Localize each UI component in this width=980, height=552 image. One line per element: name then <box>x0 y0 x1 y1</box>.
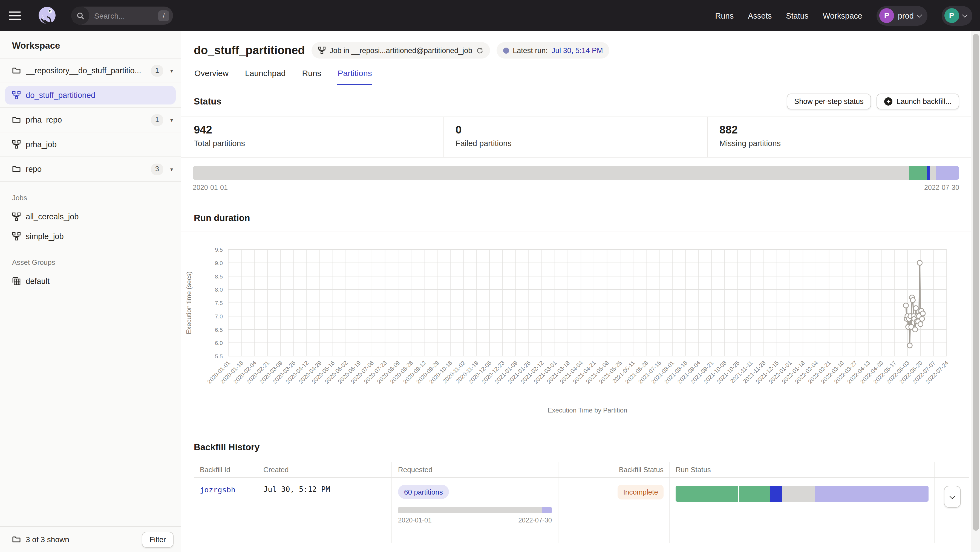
workspace-sidebar: Workspace __repository__do_stuff_partiti… <box>0 31 181 552</box>
y-tick-label: 6.0 <box>215 340 223 346</box>
tab-partitions[interactable]: Partitions <box>337 68 372 85</box>
user-avatar: P <box>944 8 959 23</box>
job-label: simple_job <box>26 232 64 241</box>
row-menu-button[interactable] <box>943 486 961 508</box>
sidebar-item-repository[interactable]: __repository__do_stuff_partitio... 1 ▾ <box>0 59 181 83</box>
latest-run-pill: Latest run: Jul 30, 5:14 PM <box>496 42 609 59</box>
job-tabs: Overview Launchpad Runs Partitions <box>181 59 971 85</box>
sidebar-item-all-cereals-job[interactable]: all_cereals_job <box>0 207 181 227</box>
search-input[interactable]: Search... / <box>71 6 173 25</box>
job-label: do_stuff_partitioned <box>26 91 95 100</box>
column-header-run-status: Run Status <box>669 462 934 477</box>
tab-launchpad[interactable]: Launchpad <box>245 68 286 85</box>
nav-workspace[interactable]: Workspace <box>822 11 862 20</box>
sidebar-item-default-group[interactable]: default <box>0 271 181 291</box>
repo-label: repo <box>26 165 146 173</box>
requested-range-start: 2020-01-01 <box>398 516 432 524</box>
job-path-link[interactable]: Job in __reposi...artitioned@partitioned… <box>329 46 472 54</box>
y-tick-label: 7.0 <box>215 313 223 319</box>
caret-down-icon[interactable]: ▾ <box>168 117 175 123</box>
search-icon <box>71 6 89 25</box>
sidebar-item-prha-job[interactable]: prha_job <box>0 132 181 157</box>
tab-runs[interactable]: Runs <box>302 68 322 85</box>
data-point-marker[interactable] <box>907 343 912 348</box>
backfill-history-table: Backfill Id Created Requested Backfill S… <box>194 462 969 543</box>
y-tick-label: 9.0 <box>215 260 223 266</box>
job-icon <box>12 91 21 100</box>
latest-run-label: Latest run: <box>513 46 548 54</box>
page-scrollbar[interactable] <box>971 31 980 552</box>
bar-segment-in-progress <box>927 166 930 180</box>
data-point-marker[interactable] <box>913 306 918 311</box>
refresh-icon[interactable] <box>476 47 483 54</box>
filter-button[interactable]: Filter <box>142 531 173 547</box>
repo-count-badge: 1 <box>151 65 163 76</box>
caret-down-icon[interactable]: ▾ <box>168 68 175 74</box>
repo-label: prha_repo <box>26 116 146 124</box>
sidebar-item-repo[interactable]: repo 3 ▾ <box>0 157 181 182</box>
partition-range-end: 2022-07-30 <box>924 184 959 192</box>
stat-failed-partitions: 0 Failed partitions <box>444 117 707 157</box>
y-tick-label: 7.5 <box>215 300 223 306</box>
backfill-history-title: Backfill History <box>194 442 259 452</box>
show-per-step-status-button[interactable]: Show per-step status <box>786 94 871 109</box>
latest-run-link[interactable]: Jul 30, 5:14 PM <box>552 46 603 54</box>
stat-value: 882 <box>719 124 971 136</box>
y-tick-label: 5.5 <box>215 353 223 359</box>
scrollbar-thumb[interactable] <box>973 34 978 531</box>
sidebar-item-do-stuff-partitioned[interactable]: do_stuff_partitioned <box>5 86 176 105</box>
user-menu[interactable]: P <box>942 6 972 25</box>
run-duration-chart[interactable]: 2020-01-012020-01-182020-02-042020-02-21… <box>181 234 970 419</box>
data-point-marker[interactable] <box>913 327 918 332</box>
job-path-pill: Job in __reposi...artitioned@partitioned… <box>312 42 490 59</box>
data-point-marker[interactable] <box>910 298 915 303</box>
stat-total-partitions: 942 Total partitions <box>181 117 444 157</box>
nav-assets[interactable]: Assets <box>748 11 772 20</box>
nav-status[interactable]: Status <box>786 11 808 20</box>
bar-segment-remaining <box>398 507 542 513</box>
partition-stats: 942 Total partitions 0 Failed partitions… <box>181 117 971 157</box>
hamburger-menu-icon[interactable] <box>9 11 21 20</box>
requested-partitions-chip[interactable]: 60 partitions <box>398 485 449 499</box>
chevron-down-icon <box>917 12 922 17</box>
bar-segment-success <box>676 486 738 502</box>
deployment-switcher[interactable]: P prod <box>877 6 927 25</box>
page-title: do_stuff_partitioned <box>194 44 305 57</box>
status-section-title: Status <box>194 96 221 107</box>
dagster-logo[interactable] <box>36 5 58 27</box>
bar-segment-queued <box>936 166 959 180</box>
data-point-marker[interactable] <box>904 303 908 308</box>
sidebar-footer: 3 of 3 shown Filter <box>0 526 181 552</box>
sidebar-item-prha-repo[interactable]: prha_repo 1 ▾ <box>0 108 181 132</box>
caret-down-icon[interactable]: ▾ <box>168 166 175 172</box>
launch-backfill-button[interactable]: + Launch backfill... <box>877 94 959 109</box>
data-point-marker[interactable] <box>920 311 925 316</box>
plus-circle-icon: + <box>885 97 892 106</box>
table-row-cell-id: jozrgsbh <box>194 477 257 543</box>
y-tick-label: 8.0 <box>215 286 223 293</box>
column-header-requested: Requested <box>391 462 558 477</box>
requested-progress-bar <box>398 507 552 513</box>
asset-groups-section: Asset Groups default <box>0 258 181 291</box>
table-row-cell-backfill-status: Incomplete <box>558 477 669 543</box>
backfill-id-link[interactable]: jozrgsbh <box>200 485 235 494</box>
nav-runs[interactable]: Runs <box>715 11 733 20</box>
column-header-created: Created <box>257 462 391 477</box>
deployment-label: prod <box>898 11 914 20</box>
y-tick-label: 9.5 <box>215 246 223 253</box>
folder-icon <box>12 116 21 124</box>
run-status-bar[interactable] <box>676 486 929 502</box>
data-point-marker[interactable] <box>918 322 923 327</box>
table-row-cell-requested: 60 partitions 2020-01-01 2022-07-30 <box>391 477 558 543</box>
tab-overview[interactable]: Overview <box>194 68 229 85</box>
sidebar-item-simple-job[interactable]: simple_job <box>0 227 181 246</box>
run-status-dot-icon <box>503 47 509 53</box>
search-shortcut-badge: / <box>158 10 169 21</box>
data-point-marker[interactable] <box>920 316 924 321</box>
app-header: Search... / Runs Assets Status Workspace… <box>0 0 980 31</box>
stat-missing-partitions: 882 Missing partitions <box>707 117 971 157</box>
column-header-actions <box>934 462 969 477</box>
data-point-marker[interactable] <box>917 260 922 265</box>
partition-status-bar[interactable] <box>193 166 959 180</box>
backfill-status-badge: Incomplete <box>618 485 663 500</box>
